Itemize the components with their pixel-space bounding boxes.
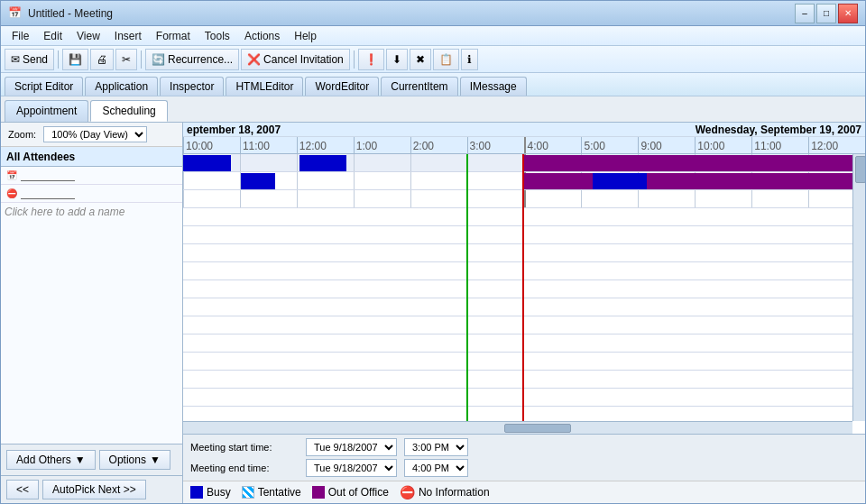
info-button[interactable]: ℹ bbox=[461, 49, 478, 70]
meeting-start-line bbox=[466, 154, 468, 421]
tab-currentitem[interactable]: CurrentItem bbox=[381, 77, 457, 96]
busy-block-row2-2 bbox=[593, 173, 647, 189]
dropdown-arrow-icon: ▼ bbox=[75, 454, 86, 466]
app-icon: 📅 bbox=[8, 6, 23, 21]
autopick-button[interactable]: AutoPick Next >> bbox=[42, 480, 146, 499]
menu-help[interactable]: Help bbox=[287, 28, 324, 44]
timeline-panel: eptember 18, 2007 Wednesday, September 1… bbox=[183, 123, 865, 503]
flag-button[interactable]: ❗ bbox=[358, 49, 384, 70]
legend-noinfo: ⛔ No Information bbox=[400, 485, 490, 499]
attendee-row-2: ⛔ bbox=[1, 185, 182, 203]
menu-actions[interactable]: Actions bbox=[237, 28, 287, 44]
send-icon: ✉ bbox=[11, 53, 20, 66]
zoom-select[interactable]: 100% (Day View) bbox=[43, 126, 147, 142]
hour-300: 3:00 bbox=[467, 137, 524, 153]
tab-wordeditor[interactable]: WordEditor bbox=[305, 77, 379, 96]
hour-100: 1:00 bbox=[354, 137, 410, 153]
legend-tentative: Tentative bbox=[242, 486, 301, 499]
down-button[interactable]: ⬇ bbox=[386, 49, 408, 70]
cut-button[interactable]: ✂ bbox=[115, 49, 137, 70]
menu-file[interactable]: File bbox=[5, 28, 36, 44]
recurrence-button[interactable]: 🔄 Recurrence... bbox=[145, 49, 239, 70]
legend-busy: Busy bbox=[190, 486, 231, 499]
start-time-row: Meeting start time: Tue 9/18/2007 3:00 P… bbox=[190, 438, 858, 456]
minimize-button[interactable]: – bbox=[795, 4, 815, 23]
hour-900: 9:00 bbox=[638, 137, 695, 153]
hour-1200: 12:00 bbox=[297, 137, 354, 153]
legend-outofoffice: Out of Office bbox=[312, 486, 389, 499]
attendees-bottom-buttons: Add Others ▼ Options ▼ bbox=[1, 444, 182, 475]
window-controls: – □ ✕ bbox=[795, 4, 858, 23]
save-icon: 💾 bbox=[69, 53, 82, 66]
send-button[interactable]: ✉ Send bbox=[5, 49, 54, 70]
menu-view[interactable]: View bbox=[69, 28, 107, 44]
tab-script-editor[interactable]: Script Editor bbox=[5, 77, 83, 96]
save-button[interactable]: 💾 bbox=[62, 49, 88, 70]
print-icon: 🖨 bbox=[97, 53, 107, 66]
hour-1000: 10:00 bbox=[183, 137, 240, 153]
cancel-invitation-button[interactable]: ❌ Cancel Invitation bbox=[241, 49, 350, 70]
window-title: Untitled - Meeting bbox=[28, 7, 795, 20]
app-window: 📅 Untitled - Meeting – □ ✕ File Edit Vie… bbox=[0, 0, 866, 504]
menu-insert[interactable]: Insert bbox=[107, 28, 149, 44]
end-time-select[interactable]: 4:00 PM bbox=[404, 459, 468, 477]
menu-bar: File Edit View Insert Format Tools Actio… bbox=[1, 26, 865, 46]
secondary-tabbar: Script Editor Application Inspector HTML… bbox=[1, 73, 865, 96]
menu-format[interactable]: Format bbox=[149, 28, 198, 44]
tab-htmleditor[interactable]: HTMLEditor bbox=[226, 77, 303, 96]
scrollbar-track-h bbox=[183, 424, 852, 433]
down-icon: ⬇ bbox=[392, 53, 401, 66]
tab-appointment[interactable]: Appointment bbox=[5, 100, 88, 122]
inner-tabbar: Appointment Scheduling bbox=[1, 96, 865, 123]
prev-button[interactable]: << bbox=[6, 480, 39, 499]
menu-tools[interactable]: Tools bbox=[198, 28, 237, 44]
hour-1100: 11:00 bbox=[240, 137, 297, 153]
attendee-name-1 bbox=[21, 170, 75, 181]
ooo-block-row2 bbox=[524, 173, 865, 189]
hours-row: 10:00 11:00 12:00 1:00 2:00 3:00 4:00 5:… bbox=[183, 137, 865, 153]
info-icon: ℹ bbox=[467, 53, 472, 66]
title-bar: 📅 Untitled - Meeting – □ ✕ bbox=[1, 1, 865, 26]
tab-scheduling[interactable]: Scheduling bbox=[90, 100, 167, 122]
attendees-empty-space bbox=[1, 221, 182, 444]
hour-500: 5:00 bbox=[581, 137, 638, 153]
start-date-select[interactable]: Tue 9/18/2007 bbox=[306, 438, 397, 456]
hour-1000b: 10:00 bbox=[695, 137, 751, 153]
options-button[interactable]: Options ▼ bbox=[99, 450, 170, 470]
toolbar-separator bbox=[58, 50, 59, 69]
attendees-panel: Zoom: 100% (Day View) All Attendees 📅 ⛔ bbox=[1, 123, 183, 503]
ooo-block-1 bbox=[524, 155, 865, 171]
print-button[interactable]: 🖨 bbox=[90, 49, 114, 70]
hour-1100b: 11:00 bbox=[751, 137, 808, 153]
delete-icon: ✖ bbox=[416, 53, 425, 66]
start-time-select[interactable]: 3:00 PM bbox=[404, 438, 468, 456]
delete-button[interactable]: ✖ bbox=[410, 49, 431, 70]
horizontal-scrollbar[interactable] bbox=[183, 421, 852, 434]
toolbar-separator-2 bbox=[141, 50, 142, 69]
tab-application[interactable]: Application bbox=[85, 77, 158, 96]
end-label: Meeting end time: bbox=[190, 463, 299, 473]
busy-block-row2-1 bbox=[241, 173, 275, 189]
menu-edit[interactable]: Edit bbox=[36, 28, 69, 44]
maximize-button[interactable]: □ bbox=[816, 4, 836, 23]
vertical-scrollbar[interactable] bbox=[852, 154, 865, 421]
date-label-left: eptember 18, 2007 bbox=[187, 124, 281, 136]
scrollbar-thumb-h[interactable] bbox=[504, 424, 571, 433]
scrollbar-thumb-v[interactable] bbox=[855, 156, 865, 183]
add-attendee-link[interactable]: Click here to add a name bbox=[1, 203, 182, 221]
start-label: Meeting start time: bbox=[190, 442, 299, 453]
end-date-select[interactable]: Tue 9/18/2007 bbox=[306, 459, 397, 477]
noinfo-icon: ⛔ bbox=[400, 485, 415, 499]
zoom-label: Zoom: bbox=[8, 129, 36, 140]
zoom-bar: Zoom: 100% (Day View) bbox=[1, 123, 182, 147]
tab-inspector[interactable]: Inspector bbox=[160, 77, 224, 96]
close-button[interactable]: ✕ bbox=[838, 4, 858, 23]
cut-icon: ✂ bbox=[122, 53, 131, 66]
clipboard-button[interactable]: 📋 bbox=[433, 49, 459, 70]
tab-imessage[interactable]: IMessage bbox=[460, 77, 527, 96]
cancel-icon: ❌ bbox=[247, 53, 261, 66]
meeting-time-controls: Meeting start time: Tue 9/18/2007 3:00 P… bbox=[183, 434, 865, 481]
flag-icon: ❗ bbox=[364, 53, 378, 66]
add-others-button[interactable]: Add Others ▼ bbox=[6, 450, 96, 470]
date-label-right: Wednesday, September 19, 2007 bbox=[696, 124, 861, 136]
